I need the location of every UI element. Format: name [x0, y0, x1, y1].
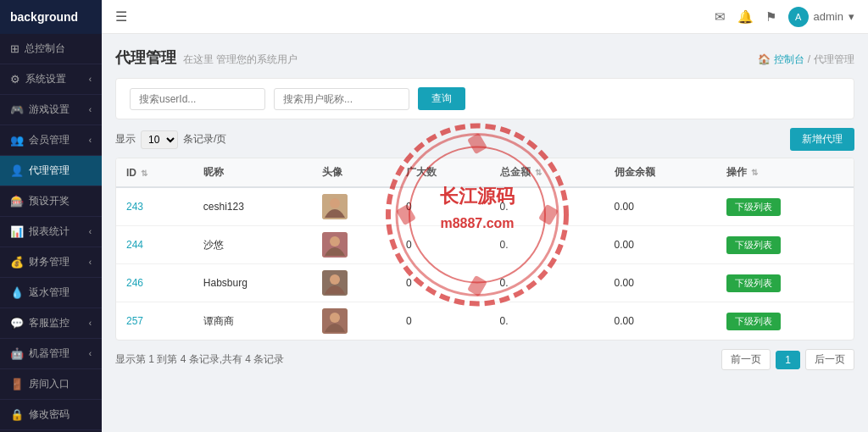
system-icon: ⚙: [10, 73, 20, 86]
sidebar-item-label: 机器管理: [29, 346, 70, 361]
sidebar-item-report[interactable]: 📊 报表统计 ‹: [0, 217, 102, 247]
member-icon: 👥: [10, 134, 24, 147]
cell-avatar: [312, 302, 396, 341]
breadcrumb-separator: /: [808, 53, 810, 65]
search-button[interactable]: 查询: [418, 87, 465, 110]
sort-icon[interactable]: ⇅: [535, 168, 542, 177]
col-balance: 总金额 ⇅: [490, 158, 604, 187]
sidebar-item-robot[interactable]: 🤖 机器管理 ‹: [0, 339, 102, 369]
col-id: ID ⇅: [116, 158, 193, 187]
table-row: 246 Habsburg 0 0. 0.00 下级列表: [116, 264, 854, 302]
col-nickname: 昵称: [193, 158, 312, 187]
chevron-icon: ‹: [89, 75, 92, 84]
cell-fans: 0: [396, 302, 489, 341]
sidebar-item-password[interactable]: 🔒 修改密码: [0, 400, 102, 430]
sidebar-item-game[interactable]: 🎮 游戏设置 ‹: [0, 95, 102, 125]
cell-nickname: Habsburg: [193, 264, 312, 302]
search-nickname-input[interactable]: [274, 88, 409, 110]
chevron-icon: ‹: [89, 258, 92, 267]
pagination: 前一页 1 后一页: [721, 349, 854, 370]
prev-page-button[interactable]: 前一页: [721, 349, 771, 370]
main-area: ☰ ✉ 🔔 ⚑ A admin ▾ 代理管理 在这里 管理您的系统用户 🏠: [102, 0, 868, 432]
sidebar-item-room[interactable]: 🚪 房间入口: [0, 369, 102, 400]
table-controls: 显示 10 25 50 条记录/页 新增代理: [115, 128, 854, 151]
cell-action: 下级列表: [716, 226, 854, 264]
page-title-block: 代理管理 在这里 管理您的系统用户: [115, 47, 298, 68]
next-page-button[interactable]: 后一页: [805, 349, 854, 370]
chevron-icon: ‹: [89, 349, 92, 358]
app-title: background: [10, 10, 78, 24]
sidebar-item-label: 返水管理: [29, 285, 70, 300]
svg-point-7: [330, 313, 340, 323]
room-icon: 🚪: [10, 378, 24, 390]
sort-icon[interactable]: ⇅: [751, 168, 758, 177]
sidebar-item-dashboard[interactable]: ⊞ 总控制台: [0, 34, 102, 64]
sidebar-item-label: 修改密码: [29, 407, 70, 422]
sub-list-button[interactable]: 下级列表: [726, 236, 781, 254]
game-icon: 🎮: [10, 103, 24, 116]
robot-icon: 🤖: [10, 347, 24, 360]
sidebar-item-label: 预设开奖: [29, 194, 70, 208]
sidebar-item-label: 系统设置: [25, 72, 66, 86]
page-1-button[interactable]: 1: [776, 351, 800, 369]
table-summary: 显示第 1 到第 4 条记录,共有 4 条记录: [115, 352, 284, 367]
agent-table: ID ⇅ 昵称 头像 广大数 总金额 ⇅ 佣金余额 操作 ⇅ 243 ceshi…: [116, 158, 854, 340]
new-agent-button[interactable]: 新增代理: [790, 128, 854, 151]
cell-avatar: [312, 187, 396, 226]
sub-list-button[interactable]: 下级列表: [726, 274, 781, 292]
cell-fans: 0: [396, 264, 489, 302]
home-icon: 🏠: [758, 53, 771, 65]
cell-balance: 0.: [490, 226, 604, 264]
finance-icon: 💰: [10, 256, 24, 269]
col-action: 操作 ⇅: [716, 158, 854, 187]
sidebar-item-lottery[interactable]: 🎰 预设开奖: [0, 186, 102, 217]
per-page-unit: 条记录/页: [183, 132, 226, 147]
bell-icon[interactable]: 🔔: [737, 9, 754, 25]
per-page-select[interactable]: 10 25 50: [141, 130, 178, 149]
cell-avatar: [312, 226, 396, 264]
sidebar-item-service[interactable]: 💬 客服监控 ‹: [0, 308, 102, 339]
sub-list-button[interactable]: 下级列表: [726, 198, 781, 216]
sidebar-item-water[interactable]: 💧 返水管理: [0, 278, 102, 308]
username-label: admin: [814, 10, 843, 23]
flag-icon[interactable]: ⚑: [765, 9, 776, 25]
breadcrumb-current: 代理管理: [814, 53, 854, 67]
sidebar-item-member[interactable]: 👥 会员管理 ‹: [0, 125, 102, 156]
sidebar-item-finance[interactable]: 💰 财务管理 ‹: [0, 247, 102, 278]
sidebar-item-system[interactable]: ⚙ 系统设置 ‹: [0, 64, 102, 95]
page-subtitle: 在这里 管理您的系统用户: [183, 53, 298, 67]
topbar-right: ✉ 🔔 ⚑ A admin ▾: [715, 7, 854, 27]
service-icon: 💬: [10, 317, 24, 330]
topbar: ☰ ✉ 🔔 ⚑ A admin ▾: [102, 0, 868, 34]
svg-point-1: [330, 198, 340, 208]
cell-action: 下级列表: [716, 187, 854, 226]
avatar-text: A: [795, 12, 801, 22]
svg-point-3: [330, 236, 340, 246]
chevron-icon: ‹: [89, 105, 92, 114]
svg-point-5: [330, 274, 340, 285]
breadcrumb-home[interactable]: 控制台: [774, 53, 804, 67]
show-entries: 显示 10 25 50 条记录/页: [115, 130, 226, 149]
mail-icon[interactable]: ✉: [715, 9, 726, 25]
user-menu[interactable]: A admin ▾: [788, 7, 854, 27]
cell-balance: 0.: [490, 264, 604, 302]
dashboard-icon: ⊞: [10, 42, 19, 55]
sidebar-item-label: 会员管理: [29, 133, 70, 147]
report-icon: 📊: [10, 225, 24, 238]
sidebar-item-agent[interactable]: 👤 代理管理: [0, 156, 102, 186]
sort-icon[interactable]: ⇅: [141, 169, 147, 178]
content-area: 代理管理 在这里 管理您的系统用户 🏠 控制台 / 代理管理 查询 显示 10 …: [102, 34, 868, 432]
sub-list-button[interactable]: 下级列表: [726, 313, 781, 330]
table-header-row: ID ⇅ 昵称 头像 广大数 总金额 ⇅ 佣金余额 操作 ⇅: [116, 158, 854, 187]
table-row: 257 谭商商 0 0. 0.00 下级列表: [116, 302, 854, 341]
cell-nickname: ceshi123: [193, 187, 312, 226]
chevron-icon: ‹: [89, 136, 92, 145]
sidebar-item-label: 客服监控: [29, 316, 70, 330]
page-title: 代理管理: [115, 47, 176, 68]
search-userid-input[interactable]: [130, 88, 265, 110]
col-commission: 佣金余额: [604, 158, 717, 187]
hamburger-button[interactable]: ☰: [115, 8, 127, 25]
chevron-down-icon: ▾: [849, 10, 854, 23]
data-table: ID ⇅ 昵称 头像 广大数 总金额 ⇅ 佣金余额 操作 ⇅ 243 ceshi…: [115, 158, 854, 341]
sidebar: background ⊞ 总控制台 ⚙ 系统设置 ‹ 🎮 游戏设置 ‹ 👥 会员…: [0, 0, 102, 432]
